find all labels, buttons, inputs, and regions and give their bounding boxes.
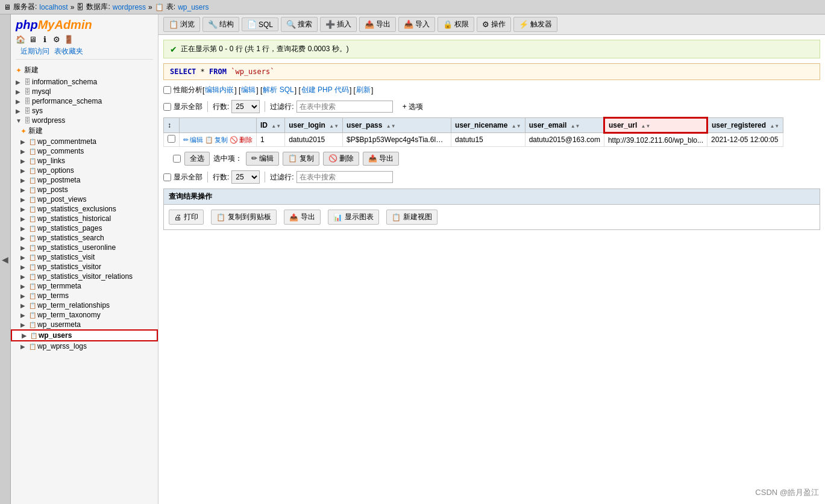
performance-label: 性能分析 — [174, 85, 202, 95]
recent-link[interactable]: 近期访问 — [20, 46, 49, 57]
expand-icon: ▶ — [16, 89, 23, 95]
chart-btn[interactable]: 📊 显示图表 — [328, 210, 379, 225]
browse-btn[interactable]: 📋 浏览 — [163, 17, 200, 32]
permissions-btn[interactable]: 🔒 权限 — [438, 17, 474, 32]
row-checkbox[interactable] — [168, 135, 175, 143]
operations-btn[interactable]: ⚙ 操作 — [477, 17, 511, 32]
row-copy-link[interactable]: 📋 复制 — [205, 135, 228, 145]
insert-btn[interactable]: ➕ 插入 — [320, 17, 357, 32]
col-user-nicename-label: user_nicename — [455, 121, 507, 129]
sidebar-table-wp-commentmeta[interactable]: ▶ 📋 wp_commentmeta — [11, 137, 158, 146]
db-link[interactable]: wordpress — [113, 3, 146, 11]
sidebar-table-wp-statistics-visitor[interactable]: ▶ 📋 wp_statistics_visitor — [11, 262, 158, 272]
sidebar-new-root[interactable]: ✦ 新建 — [11, 63, 158, 77]
sidebar-table-wp-term-taxonomy[interactable]: ▶ 📋 wp_term_taxonomy — [11, 310, 158, 320]
sidebar-table-wp-statistics-useronline[interactable]: ▶ 📋 wp_statistics_useronline — [11, 243, 158, 252]
select-all-btn[interactable]: 全选 — [184, 152, 210, 166]
sidebar-db-sys[interactable]: ▶ 🗄 sys — [11, 106, 158, 116]
triggers-label: 触发器 — [530, 19, 552, 30]
rows-label: 行数: — [213, 102, 229, 112]
db-icon-sm: 🗄 — [24, 107, 31, 114]
expand-icon: ▶ — [20, 283, 28, 290]
show-all-checkbox-bot[interactable] — [163, 173, 171, 181]
col-ID[interactable]: ID ▲▼ — [257, 118, 285, 133]
search-icon: 🔍 — [286, 20, 296, 29]
sidebar-table-new[interactable]: ✦ 新建 — [11, 125, 158, 137]
col-user-pass[interactable]: user_pass ▲▼ — [343, 118, 451, 133]
show-all-wrap-bot: 显示全部 — [163, 172, 202, 182]
import-btn[interactable]: 📥 导入 — [398, 17, 435, 32]
search-btn[interactable]: 🔍 搜索 — [281, 17, 318, 32]
row-actions: ✏ 编辑 📋 复制 🚫 删除 — [183, 135, 253, 145]
table-link[interactable]: wp_users — [178, 3, 209, 11]
toolbar: 📋 浏览 🔧 结构 📄 SQL 🔍 搜索 ➕ 插入 📤 导出 — [158, 14, 825, 35]
show-all-checkbox[interactable] — [163, 103, 171, 111]
triggers-btn[interactable]: ⚡ 触发器 — [513, 17, 557, 32]
selected-delete-btn[interactable]: 🚫 删除 — [323, 152, 359, 166]
row-edit-link[interactable]: ✏ 编辑 — [183, 135, 203, 145]
sidebar-table-wp-usermeta[interactable]: ▶ 📋 wp_usermeta — [11, 320, 158, 329]
sidebar-table-wp-statistics-search[interactable]: ▶ 📋 wp_statistics_search — [11, 233, 158, 243]
parse-sql-link[interactable]: 解析 SQL — [263, 85, 293, 95]
sidebar-table-wp-users[interactable]: ▶ 📋 wp_users — [11, 329, 158, 341]
sidebar-db-wordpress[interactable]: ▼ 🗄 wordpress — [11, 116, 158, 125]
performance-checkbox[interactable] — [163, 86, 171, 94]
sidebar-table-wp-term-relationships[interactable]: ▶ 📋 wp_term_relationships — [11, 300, 158, 310]
sidebar-collapse-btn[interactable]: ◀ — [0, 14, 11, 504]
selected-edit-btn[interactable]: ✏ 编辑 — [246, 152, 279, 166]
copy-clipboard-btn[interactable]: 📋 复制到剪贴板 — [211, 210, 277, 225]
home-icon[interactable]: 🏠 — [16, 34, 25, 44]
selected-export-btn[interactable]: 📤 导出 — [363, 152, 399, 166]
sidebar-table-wp-options[interactable]: ▶ 📋 wp_options — [11, 166, 158, 175]
info-icon[interactable]: ℹ — [40, 34, 49, 44]
sidebar-table-wp-statistics-visit[interactable]: ▶ 📋 wp_statistics_visit — [11, 252, 158, 262]
sidebar-table-wp-statistics-exclusions[interactable]: ▶ 📋 wp_statistics_exclusions — [11, 204, 158, 214]
sql-btn[interactable]: 📄 SQL — [242, 17, 278, 31]
sidebar-db-performance-schema[interactable]: ▶ 🗄 performance_schema — [11, 96, 158, 106]
sidebar-table-wp-postmeta[interactable]: ▶ 📋 wp_postmeta — [11, 175, 158, 185]
filter-input[interactable] — [296, 101, 393, 113]
new-view-btn[interactable]: 📋 新建视图 — [386, 210, 438, 225]
sidebar-table-wp-termmeta[interactable]: ▶ 📋 wp_termmeta — [11, 281, 158, 291]
row-delete-link[interactable]: 🚫 删除 — [230, 135, 253, 145]
favorites-link[interactable]: 表收藏夹 — [54, 46, 83, 57]
sidebar-table-wp-wprss-logs[interactable]: ▶ 📋 wp_wprss_logs — [11, 341, 158, 351]
copy-icon2: 📋 — [288, 154, 297, 163]
export-btn[interactable]: 📤 导出 — [359, 17, 396, 32]
col-user-login[interactable]: user_login ▲▼ — [285, 118, 343, 133]
sidebar-db-information-schema[interactable]: ▶ 🗄 information_schema — [11, 77, 158, 87]
sidebar-table-wp-statistics-visitor-relations[interactable]: ▶ 📋 wp_statistics_visitor_relations — [11, 272, 158, 281]
col-user-email[interactable]: user_email ▲▼ — [525, 118, 604, 133]
sidebar-table-wp-posts[interactable]: ▶ 📋 wp_posts — [11, 185, 158, 194]
edit-inline-link[interactable]: 编辑内嵌 — [205, 85, 234, 95]
filter-input-bot[interactable] — [296, 171, 393, 183]
sidebar-table-wp-comments[interactable]: ▶ 📋 wp_comments — [11, 146, 158, 156]
selected-copy-btn[interactable]: 📋 复制 — [283, 152, 319, 166]
sidebar-table-wp-terms[interactable]: ▶ 📋 wp_terms — [11, 291, 158, 300]
sidebar-table-wp-statistics-pages[interactable]: ▶ 📋 wp_statistics_pages — [11, 223, 158, 233]
col-user-url[interactable]: user_url ▲▼ — [604, 118, 707, 133]
edit-link[interactable]: 编辑 — [241, 85, 256, 95]
select-all-checkbox[interactable] — [173, 155, 181, 163]
export-result-btn[interactable]: 📤 导出 — [284, 210, 321, 225]
sidebar-table-wp-links[interactable]: ▶ 📋 wp_links — [11, 156, 158, 166]
rows-select[interactable]: 25 50 100 — [231, 100, 260, 113]
table-name: wp_posts — [37, 185, 68, 194]
create-php-link[interactable]: 创建 PHP 代码 — [301, 85, 349, 95]
col-user-registered[interactable]: user_registered ▲▼ — [707, 118, 783, 133]
server-icon2[interactable]: 🖥 — [28, 34, 37, 44]
refresh-link[interactable]: 刷新 — [356, 85, 371, 95]
sidebar-table-wp-post-views[interactable]: ▶ 📋 wp_post_views — [11, 194, 158, 204]
server-link[interactable]: localhost — [39, 3, 67, 11]
logout-icon[interactable]: 🚪 — [64, 34, 74, 44]
print-btn[interactable]: 🖨 打印 — [169, 210, 204, 225]
sidebar-db-mysql[interactable]: ▶ 🗄 mysql — [11, 87, 158, 96]
col-user-nicename[interactable]: user_nicename ▲▼ — [451, 118, 525, 133]
sidebar-table-wp-statistics-historical[interactable]: ▶ 📋 wp_statistics_historical — [11, 214, 158, 223]
separator — [207, 101, 208, 112]
table-name: wp_statistics_visitor_relations — [37, 272, 133, 281]
options-link[interactable]: + 选项 — [403, 102, 423, 111]
rows-select-bot[interactable]: 25 50 100 — [231, 170, 260, 184]
structure-btn[interactable]: 🔧 结构 — [202, 17, 239, 32]
settings-icon[interactable]: ⚙ — [52, 34, 61, 44]
